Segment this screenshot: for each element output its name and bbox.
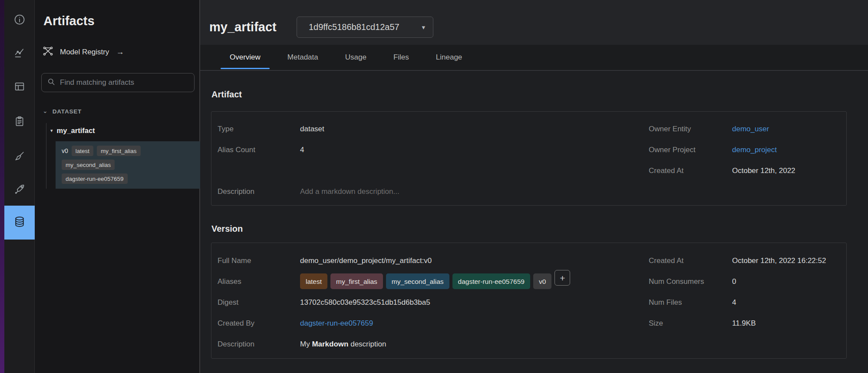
markdown-description: My Markdown description [300,340,386,349]
tree-node-my-artifact[interactable]: ▾ my_artifact [50,127,95,135]
caret-down-icon: ▾ [422,23,425,31]
tab-usage[interactable]: Usage [336,45,376,70]
row-digest: Digest 13702c580c03e95323c51db15d6b3ba5 [218,298,649,319]
field-value: October 12th, 2022 16:22:52 [732,256,826,265]
sidebar-item-workspace[interactable] [4,75,35,100]
search-input[interactable] [60,78,189,87]
rocket-icon [13,183,26,197]
model-registry-icon [42,45,54,59]
version-left-column: Full Name demo_user/demo_project/my_arti… [211,243,649,358]
artifact-right-column: Owner Entity demo_user Owner Project dem… [649,112,846,205]
alias-chip-list: latest my_first_alias my_second_alias da… [300,273,570,289]
database-icon [13,215,26,230]
sidebar-item-reports[interactable] [4,110,35,135]
tree-version-selected[interactable]: v0 latest my_first_alias my_second_alias… [56,141,200,189]
field-label: Created At [649,256,732,265]
add-alias-button[interactable]: + [554,270,570,286]
row-aliases: Aliases latest my_first_alias my_second_… [218,277,649,298]
alias-chip-latest[interactable]: latest [300,273,327,289]
artifacts-sidebar: Artifacts Model Registry → ⌄ DATASET ▾ m… [35,0,200,373]
tree-node-label: my_artifact [57,127,95,135]
line-chart-icon [13,47,26,61]
row-owner-entity: Owner Entity demo_user [649,124,846,145]
version-section-title: Version [211,224,243,234]
alias-chip-dagster-run[interactable]: dagster-run-ee057659 [452,273,530,289]
tree-version-row-1: v0 latest my_first_alias [62,144,200,158]
alias-chip-v0[interactable]: v0 [533,273,551,289]
alias-chip: my_second_alias [62,160,115,170]
owner-entity-link[interactable]: demo_user [732,124,769,133]
row-size: Size 11.9KB [649,319,846,340]
field-value: 4 [732,298,736,307]
tab-label: Usage [345,53,366,62]
clipboard-icon [13,115,26,129]
field-label: Description [218,187,300,196]
version-label: v0 [62,147,68,154]
row-created-by: Created By dagster-run-ee057659 [218,319,649,340]
artifact-header: my_artifact 1d9ffc5186b81cd12a57 ▾ [200,0,868,45]
broom-icon [13,150,26,164]
table-icon [13,80,26,94]
caret-down-icon: ▾ [50,128,53,133]
tree-indent-guide [46,123,46,189]
row-version-created-at: Created At October 12th, 2022 16:22:52 [649,256,846,277]
model-registry-label: Model Registry [60,48,109,57]
row-num-consumers: Num Consumers 0 [649,277,846,298]
tab-files[interactable]: Files [384,45,418,70]
tab-label: Files [393,53,409,62]
alias-chip: dagster-run-ee057659 [62,173,128,184]
row-owner-project: Owner Project demo_project [649,145,846,166]
alias-chip-my-second-alias[interactable]: my_second_alias [386,273,449,289]
artifact-details-box: Type dataset Alias Count 4 Description A… [211,111,847,206]
field-label: Owner Entity [649,124,732,133]
sidebar-item-sweeps[interactable] [4,144,35,170]
model-registry-link[interactable]: Model Registry → [42,45,124,59]
info-icon [13,13,26,27]
row-alias-count: Alias Count 4 [218,145,649,166]
artifact-search-box[interactable] [41,73,195,92]
sidebar-item-launch[interactable] [4,177,35,203]
overview-content: Artifact Type dataset Alias Count 4 Desc… [200,71,868,373]
tree-section-dataset[interactable]: ⌄ DATASET [43,108,82,115]
field-value: 13702c580c03e95323c51db15d6b3ba5 [300,298,430,307]
tab-lineage[interactable]: Lineage [427,45,472,70]
chevron-down-icon: ⌄ [43,109,48,113]
created-by-link[interactable]: dagster-run-ee057659 [300,319,373,328]
field-label: Created By [218,319,300,328]
search-icon [47,77,56,88]
field-label: Created At [649,166,732,175]
sidebar-item-artifacts-active[interactable] [4,206,35,240]
field-value: 4 [300,145,304,154]
row-description: Description Add a markdown description..… [218,187,649,208]
description-placeholder[interactable]: Add a markdown description... [300,187,399,196]
version-right-column: Created At October 12th, 2022 16:22:52 N… [649,243,846,358]
description-text: description [348,340,386,348]
field-label: Full Name [218,256,300,265]
owner-project-link[interactable]: demo_project [732,145,777,154]
sidebar-item-info[interactable] [4,8,35,33]
alias-chip-my-first-alias[interactable]: my_first_alias [330,273,383,289]
row-spacer [218,166,649,187]
field-label: Aliases [218,277,300,286]
field-value: demo_user/demo_project/my_artifact:v0 [300,256,432,265]
row-created-at: Created At October 12th, 2022 [649,166,846,187]
field-value: 0 [732,277,736,286]
tab-label: Metadata [287,53,318,62]
alias-chip: my_first_alias [97,146,141,156]
field-value: 11.9KB [732,319,756,328]
field-label: Size [649,319,732,328]
tree-version-row-3: dagster-run-ee057659 [62,172,200,186]
field-label: Description [218,340,300,349]
tab-metadata[interactable]: Metadata [278,45,327,70]
tab-overview[interactable]: Overview [221,45,270,70]
tab-label: Overview [230,53,261,62]
alias-chip: latest [72,146,93,156]
sidebar-item-charts[interactable] [4,41,35,67]
version-id: 1d9ffc5186b81cd12a57 [309,22,422,32]
field-label: Type [218,124,300,133]
version-details-box: Full Name demo_user/demo_project/my_arti… [211,243,847,359]
version-selector-dropdown[interactable]: 1d9ffc5186b81cd12a57 ▾ [297,17,433,38]
description-bold-text: Markdown [312,340,348,348]
field-label: Alias Count [218,145,300,154]
tab-bar: Overview Metadata Usage Files Lineage [200,45,868,71]
